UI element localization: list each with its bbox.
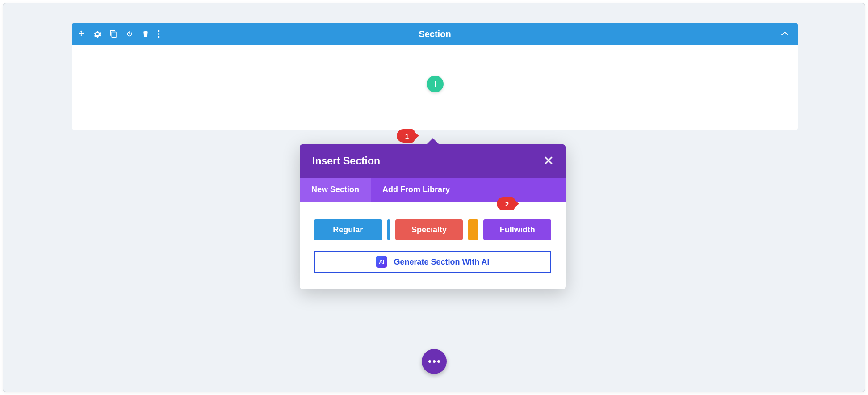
power-icon[interactable] [126, 30, 134, 38]
modal-title: Insert Section [312, 155, 380, 167]
svg-point-0 [158, 30, 160, 32]
section-title: Section [72, 29, 798, 39]
modal-header: Insert Section [300, 144, 566, 178]
modal-tabs: New Section Add From Library [300, 178, 566, 202]
section-type-regular[interactable]: Regular [314, 219, 382, 240]
more-icon[interactable] [158, 30, 160, 38]
modal-body: Regular Specialty Fullwidth AI Generate … [300, 202, 566, 289]
generate-ai-button[interactable]: AI Generate Section With AI [314, 251, 551, 273]
tab-add-from-library[interactable]: Add From Library [371, 178, 461, 202]
annotation-marker-1: 1 [397, 129, 415, 143]
dot-icon [433, 360, 436, 363]
section-body [72, 45, 798, 130]
svg-point-1 [158, 33, 160, 35]
section-toolbar [77, 30, 160, 38]
annotation-number: 2 [505, 200, 509, 208]
move-icon[interactable] [77, 30, 85, 38]
tab-new-section[interactable]: New Section [300, 178, 371, 202]
regular-accent [387, 219, 390, 240]
add-row-button[interactable] [427, 76, 444, 92]
section-type-row: Regular Specialty Fullwidth [314, 219, 551, 240]
builder-canvas: Section 1 Insert Section [3, 3, 865, 392]
trash-icon[interactable] [142, 30, 150, 38]
page-settings-button[interactable] [422, 349, 447, 374]
annotation-marker-2: 2 [497, 197, 515, 210]
duplicate-icon[interactable] [109, 30, 117, 38]
dot-icon [437, 360, 440, 363]
close-icon[interactable] [544, 156, 553, 167]
insert-section-modal: Insert Section New Section Add From Libr… [300, 144, 566, 289]
gear-icon[interactable] [93, 30, 101, 38]
section-header[interactable]: Section [72, 23, 798, 45]
specialty-accent [468, 219, 478, 240]
section-block: Section [72, 23, 798, 130]
annotation-number: 1 [405, 132, 409, 140]
svg-point-2 [158, 36, 160, 38]
section-type-specialty[interactable]: Specialty [395, 219, 463, 240]
generate-ai-label: Generate Section With AI [394, 257, 489, 267]
ai-badge-icon: AI [376, 256, 387, 268]
section-type-fullwidth[interactable]: Fullwidth [483, 219, 551, 240]
collapse-icon[interactable] [781, 30, 789, 38]
dot-icon [428, 360, 431, 363]
